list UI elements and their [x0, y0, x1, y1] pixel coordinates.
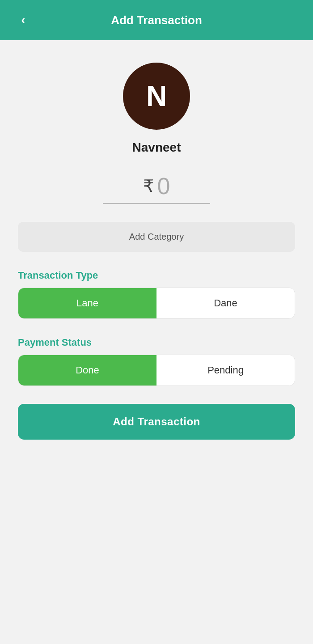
transaction-type-label: Transaction Type — [18, 270, 98, 281]
amount-value: 0 — [157, 173, 170, 199]
amount-underline — [103, 203, 210, 204]
avatar: N — [123, 63, 190, 130]
header: ‹ Add Transaction — [0, 0, 313, 40]
main-content: N Navneet ₹ 0 Add Category Transaction T… — [0, 40, 313, 458]
payment-status-done[interactable]: Done — [18, 355, 156, 386]
add-category-button[interactable]: Add Category — [18, 222, 295, 252]
transaction-type-dane[interactable]: Dane — [156, 288, 295, 318]
back-button[interactable]: ‹ — [13, 10, 33, 30]
add-transaction-button[interactable]: Add Transaction — [18, 404, 295, 440]
transaction-type-toggle: Lane Dane — [18, 288, 295, 319]
transaction-type-lane[interactable]: Lane — [18, 288, 156, 318]
avatar-letter: N — [146, 80, 167, 113]
payment-status-pending[interactable]: Pending — [156, 355, 295, 386]
header-title: Add Transaction — [111, 13, 202, 27]
user-name: Navneet — [132, 140, 181, 155]
currency-symbol: ₹ — [143, 176, 154, 196]
payment-status-label: Payment Status — [18, 337, 92, 348]
payment-status-toggle: Done Pending — [18, 355, 295, 386]
amount-section: ₹ 0 — [18, 173, 295, 199]
